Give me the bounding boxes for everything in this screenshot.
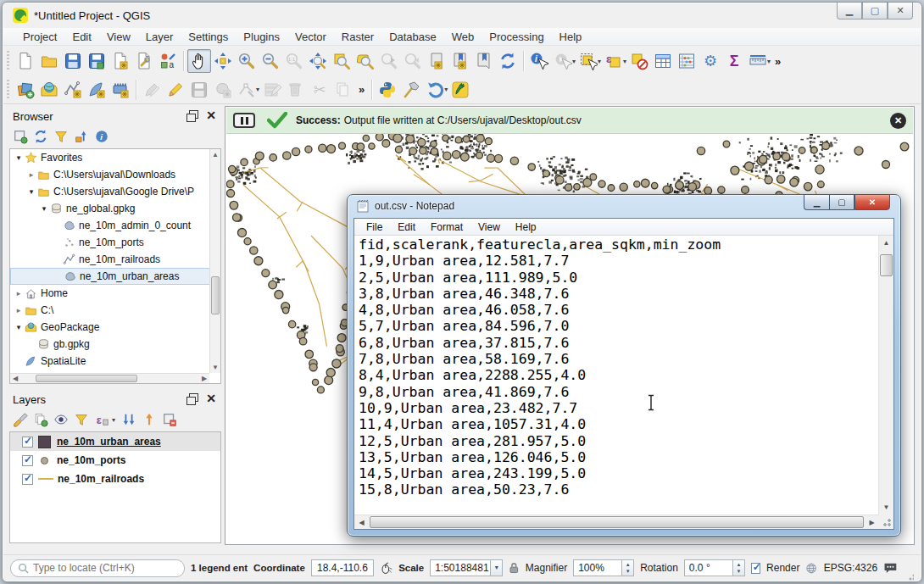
refresh-map-button[interactable] xyxy=(496,49,520,73)
window-resize-grip[interactable] xyxy=(905,570,914,581)
filter-expression-dropdown[interactable]: ▾ xyxy=(112,416,115,424)
notepad-minimize-button[interactable]: ▁ xyxy=(804,194,829,210)
notepad-titlebar[interactable]: out.csv - Notepad xyxy=(356,199,454,213)
browser-item-gb-gpkg[interactable]: gb.gpkg xyxy=(10,336,220,353)
menu-edit[interactable]: Edit xyxy=(64,29,98,45)
notepad-text-area[interactable]: fid,scalerank,featurecla,area_sqkm,min_z… xyxy=(354,236,879,514)
notepad-vscrollbar[interactable]: ▲▼ xyxy=(879,236,893,514)
menu-view[interactable]: View xyxy=(99,29,138,45)
messages-bubble-icon[interactable] xyxy=(883,561,898,575)
map-themes-icon[interactable] xyxy=(53,412,69,427)
new-bookmark-button[interactable] xyxy=(425,49,448,73)
menu-web[interactable]: Web xyxy=(444,29,482,45)
layers-close-button[interactable]: ✕ xyxy=(204,393,218,405)
browser-item-geopackage[interactable]: ▾GeoPackage xyxy=(10,319,220,336)
show-layout-manager-button[interactable] xyxy=(132,49,156,73)
browser-item-downloads[interactable]: ▸C:\Users\ujaval\Downloads xyxy=(10,166,220,183)
toolbar-grip[interactable] xyxy=(5,80,12,100)
toolbar-overflow2-button[interactable]: » xyxy=(355,83,368,96)
new-spatialite-layer-button[interactable] xyxy=(85,78,109,102)
layer-item-railroads[interactable]: ne_10m_railroads xyxy=(10,470,220,488)
zoom-to-layer-button[interactable] xyxy=(353,49,377,73)
new-shapefile-layer-button[interactable] xyxy=(61,78,85,102)
epsg-status[interactable]: EPSG:4326 xyxy=(824,562,877,574)
new-print-layout-button[interactable] xyxy=(109,49,132,73)
menu-help[interactable]: Help xyxy=(552,29,590,45)
browser-item-favorites[interactable]: ▾Favorites xyxy=(10,149,220,166)
open-attribute-table-button[interactable] xyxy=(651,49,675,73)
notepad-menu-view[interactable]: View xyxy=(471,220,507,234)
plugin-button[interactable] xyxy=(448,78,472,102)
deselect-features-button[interactable] xyxy=(627,49,651,73)
toolbar-grip[interactable] xyxy=(5,51,12,71)
add-selected-layers-icon[interactable] xyxy=(13,129,28,144)
remove-layer-icon[interactable] xyxy=(162,412,177,427)
notepad-menu-file[interactable]: File xyxy=(359,220,389,234)
browser-item-ports[interactable]: ne_10m_ports xyxy=(10,234,220,251)
zoom-to-selection-button[interactable] xyxy=(330,49,353,73)
notepad-close-button[interactable]: ✕ xyxy=(854,194,890,210)
browser-vscrollbar[interactable]: ▲▼ xyxy=(209,149,220,373)
maximize-button[interactable]: ▢ xyxy=(862,3,888,19)
magnifier-value-box[interactable]: 100% xyxy=(573,559,622,576)
browser-filter-icon[interactable] xyxy=(53,129,69,144)
select-features-button[interactable] xyxy=(576,49,600,73)
browser-item-ne-global-gpkg[interactable]: ▾ne_global.gpkg xyxy=(10,200,220,217)
notepad-resize-grip[interactable] xyxy=(880,515,893,528)
browser-item-admin0-countries[interactable]: ne_10m_admin_0_count xyxy=(10,217,220,234)
menu-processing[interactable]: Processing xyxy=(481,29,551,45)
filter-expression-icon[interactable]: ε xyxy=(94,412,109,427)
locate-box[interactable] xyxy=(10,559,185,577)
zoom-next-button[interactable] xyxy=(401,49,425,73)
browser-item-google-drive[interactable]: ▾C:\Users\ujaval\Google Drive\P xyxy=(10,183,220,200)
save-layer-edits-button[interactable] xyxy=(187,78,211,102)
rotation-value-box[interactable]: 0.0 ° xyxy=(684,559,733,576)
close-button[interactable]: ✕ xyxy=(888,3,913,19)
expand-all-icon[interactable] xyxy=(121,412,136,427)
notepad-hscrollbar[interactable]: ◀▶ xyxy=(354,514,879,529)
message-panel-button[interactable] xyxy=(233,113,255,128)
zoom-in-button[interactable] xyxy=(235,49,259,73)
measure-button[interactable] xyxy=(746,49,770,73)
menu-project[interactable]: Project xyxy=(15,29,64,45)
browser-item-railroads[interactable]: ne_10m_railroads xyxy=(10,251,220,268)
render-checkbox[interactable] xyxy=(751,563,760,574)
current-edits-button[interactable] xyxy=(140,78,164,102)
minimize-button[interactable]: ▁ xyxy=(837,3,862,19)
layer-item-ports[interactable]: ne_10m_ports xyxy=(10,451,220,470)
zoom-native-button[interactable]: 1:1 xyxy=(282,49,306,73)
browser-item-urban-areas[interactable]: ne_10m_urban_areas xyxy=(10,268,220,285)
run-feature-action-button[interactable] xyxy=(551,49,575,73)
menu-raster[interactable]: Raster xyxy=(334,29,381,45)
show-bookmarks-button[interactable] xyxy=(448,49,472,73)
save-project-button[interactable] xyxy=(61,49,85,73)
modify-attributes-button[interactable] xyxy=(260,78,284,102)
layer-checkbox[interactable] xyxy=(22,474,33,485)
layer-checkbox[interactable] xyxy=(22,455,33,466)
scale-dropdown[interactable]: ▾ xyxy=(491,559,503,576)
cut-features-button[interactable]: ✂ xyxy=(308,78,331,102)
zoom-out-button[interactable] xyxy=(259,49,282,73)
browser-hscrollbar[interactable]: ◀▶ xyxy=(10,373,209,383)
menu-settings[interactable]: Settings xyxy=(181,29,236,45)
pan-map-button[interactable] xyxy=(187,49,211,73)
notepad-maximize-button[interactable]: ▢ xyxy=(829,194,854,210)
add-vector-layer-button[interactable] xyxy=(37,78,61,102)
delete-selected-button[interactable] xyxy=(284,78,308,102)
layer-styling-icon[interactable] xyxy=(13,412,28,427)
scale-combo[interactable]: 1:50188481 xyxy=(430,559,491,576)
new-project-button[interactable] xyxy=(14,49,37,73)
notepad-menu-help[interactable]: Help xyxy=(509,220,543,234)
browser-float-button[interactable] xyxy=(186,110,199,122)
filter-legend-icon[interactable] xyxy=(74,412,89,427)
locate-input[interactable] xyxy=(33,562,177,574)
new-virtual-layer-button[interactable] xyxy=(109,78,132,102)
browser-close-button[interactable]: ✕ xyxy=(204,110,218,122)
vertex-tool-button[interactable] xyxy=(235,78,259,102)
field-calculator-button[interactable] xyxy=(675,49,699,73)
message-close-button[interactable]: ✕ xyxy=(890,113,906,129)
toggle-editing-button[interactable] xyxy=(164,78,187,102)
browser-refresh-icon[interactable] xyxy=(33,129,48,144)
browser-collapse-all-icon[interactable] xyxy=(74,129,89,144)
menu-layer[interactable]: Layer xyxy=(138,29,181,45)
